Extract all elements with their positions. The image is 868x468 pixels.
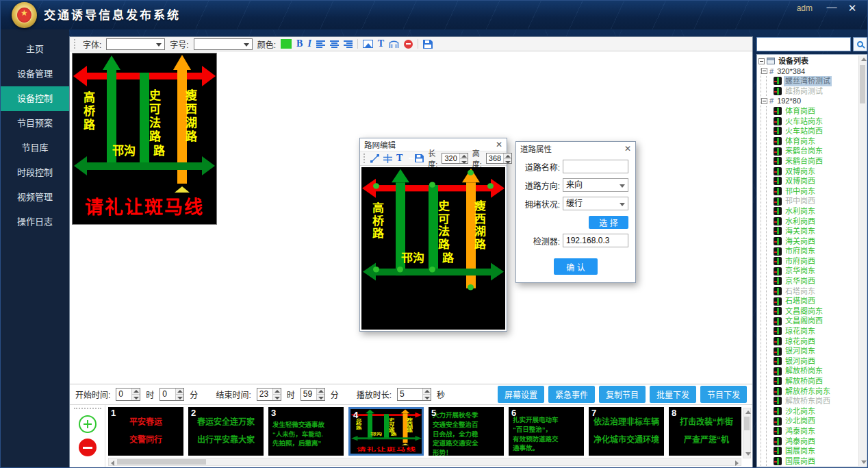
device-label[interactable]: 邗中岗西: [784, 196, 817, 206]
playlist-item-2[interactable]: 春运安全连万家出行平安靠大家2: [188, 407, 264, 456]
device-row[interactable]: 体育岗东: [767, 136, 858, 147]
playlist-item-7[interactable]: 依法治理非标车辆净化城市交通环境7: [589, 407, 664, 456]
minimize-button[interactable]: —: [825, 1, 839, 12]
device-row[interactable]: 石塔岗西: [767, 296, 858, 306]
device-label[interactable]: 京华岗东: [784, 266, 817, 276]
align-right-icon[interactable]: [344, 40, 353, 48]
save-icon[interactable]: [415, 154, 424, 162]
device-row[interactable]: 解放桥岗西: [767, 376, 858, 386]
scroll-down-icon[interactable]: [745, 452, 751, 456]
device-label[interactable]: 国展岗东: [784, 446, 817, 456]
collapse-icon[interactable]: [761, 98, 767, 104]
device-row[interactable]: 银河岗东: [767, 346, 858, 356]
device-label[interactable]: 海关岗西: [784, 236, 817, 247]
playlist-item-4[interactable]: 高桥路 史可法路 瘦西湖路 邗沟 路 请礼让斑马线 4: [348, 407, 424, 456]
device-row[interactable]: 水利岗西: [767, 217, 858, 227]
playlist-item-6[interactable]: 扎实开展电动车“百日整治”，有效预防道路交通事故。6: [509, 407, 584, 456]
start-hour-spinner[interactable]: 0: [116, 388, 140, 401]
batch-send-button[interactable]: 批量下发: [650, 386, 696, 403]
road-direction-select[interactable]: 来向: [563, 178, 628, 192]
device-row[interactable]: 京华岗西: [767, 276, 858, 286]
length-spinner[interactable]: 320: [442, 153, 468, 164]
add-program-button[interactable]: [79, 415, 97, 433]
device-row[interactable]: 体育岗西: [767, 106, 858, 116]
tree-scrollbar[interactable]: [858, 56, 866, 466]
playlist-item-1[interactable]: 平安春运交警同行1: [108, 407, 183, 456]
device-label[interactable]: 水利岗西: [784, 217, 817, 227]
device-label[interactable]: 双博岗西: [784, 176, 817, 186]
device-row[interactable]: 来鹤台岗西: [767, 156, 858, 167]
height-spinner[interactable]: 368: [486, 153, 512, 164]
text-tool-icon[interactable]: T: [396, 153, 403, 164]
road-node-dot[interactable]: [397, 267, 403, 272]
device-label[interactable]: 鸿泰岗东: [784, 426, 817, 436]
sidebar-item-device-management[interactable]: 设备管理: [1, 62, 69, 86]
device-label[interactable]: 解放桥岗西: [784, 376, 824, 386]
device-label[interactable]: 石塔岗西: [784, 296, 817, 306]
search-button[interactable]: [853, 37, 867, 51]
device-row[interactable]: 邗中岗东: [767, 186, 858, 197]
scroll-up-icon[interactable]: [861, 58, 867, 61]
close-icon[interactable]: ✕: [496, 140, 502, 149]
bold-button[interactable]: B: [296, 38, 303, 49]
color-swatch[interactable]: [281, 39, 292, 49]
device-row[interactable]: 螺丝湾桥测试: [767, 76, 858, 86]
device-label[interactable]: 双博岗东: [784, 167, 817, 177]
italic-button[interactable]: I: [307, 38, 311, 49]
roadnet-canvas[interactable]: 高桥路 史可法路 瘦西湖路 邗沟 路: [361, 167, 505, 330]
device-label[interactable]: 火车站岗西: [784, 126, 824, 136]
device-label[interactable]: 解放桥岗东: [784, 366, 824, 376]
device-row[interactable]: 邗中岗西: [767, 196, 858, 206]
device-label[interactable]: 鸿泰岗西: [784, 436, 817, 447]
device-label[interactable]: 文昌阁岗东: [784, 306, 824, 317]
tree-group-192x80[interactable]: #192*80: [761, 96, 858, 106]
device-label[interactable]: 来鹤台岗东: [784, 146, 824, 156]
device-row[interactable]: 鸿泰岗西: [767, 436, 858, 447]
start-minute-spinner[interactable]: 0: [159, 388, 184, 401]
vertical-scrollbar[interactable]: [743, 408, 751, 458]
device-label[interactable]: 市府岗东: [784, 246, 817, 256]
end-hour-spinner[interactable]: 23: [257, 388, 281, 401]
device-label[interactable]: 国展岗西: [784, 456, 817, 467]
device-row[interactable]: 水利岗东: [767, 206, 858, 217]
sidebar-item-home[interactable]: 主页: [1, 37, 69, 62]
sidebar-item-program-plan[interactable]: 节目预案: [1, 111, 69, 136]
sidebar-item-operation-log[interactable]: 操作日志: [1, 210, 69, 234]
device-row[interactable]: 维扬岗测试: [767, 86, 858, 97]
road-name-input[interactable]: [563, 160, 628, 173]
align-center-icon[interactable]: [330, 40, 339, 48]
draw-road-icon[interactable]: [370, 154, 379, 163]
sidebar-item-program-library[interactable]: 节目库: [1, 136, 69, 160]
text-tool-icon[interactable]: T: [378, 38, 384, 49]
program-send-button[interactable]: 节目下发: [700, 386, 747, 403]
sidebar-item-video-management[interactable]: 视频管理: [1, 185, 69, 210]
road-node-dot[interactable]: [429, 267, 435, 272]
road-node-dot[interactable]: [373, 183, 379, 188]
device-label[interactable]: 维扬岗测试: [784, 86, 824, 97]
device-label[interactable]: 解放桥东岗东: [784, 386, 832, 397]
font-select[interactable]: [106, 38, 165, 50]
device-row[interactable]: 来鹤台岗东: [767, 146, 858, 156]
device-row[interactable]: 市府岗东: [767, 246, 858, 256]
device-label[interactable]: 体育岗东: [784, 136, 817, 147]
device-row[interactable]: 火车站岗西: [767, 126, 858, 136]
tree-group-320x384[interactable]: #320*384: [761, 66, 858, 77]
horizontal-scrollbar[interactable]: [108, 458, 741, 466]
road-node-dot[interactable]: [429, 182, 435, 187]
device-row[interactable]: 石塔岗东: [767, 286, 858, 297]
device-row[interactable]: 沙北岗西: [767, 416, 858, 426]
playlist-item-8[interactable]: 打击改装“炸街严查严惩“机8: [669, 407, 741, 456]
device-label[interactable]: 水利岗东: [784, 206, 817, 217]
device-row[interactable]: 文昌阁岗西: [767, 316, 858, 326]
confirm-button[interactable]: 确 认: [554, 258, 598, 275]
device-label[interactable]: 来鹤台岗西: [784, 156, 824, 167]
remove-program-button[interactable]: [79, 439, 97, 456]
device-row[interactable]: 国展岗西: [767, 456, 858, 467]
scrollbar-thumb[interactable]: [860, 65, 865, 103]
device-row[interactable]: 火车站岗东: [767, 116, 858, 127]
device-row[interactable]: 解放桥东岗东: [767, 386, 858, 397]
road-node-dot[interactable]: [487, 183, 494, 188]
insert-image-icon[interactable]: [363, 40, 373, 48]
device-label[interactable]: 京华岗西: [784, 276, 817, 286]
emergency-event-button[interactable]: 紧急事件: [548, 386, 595, 403]
